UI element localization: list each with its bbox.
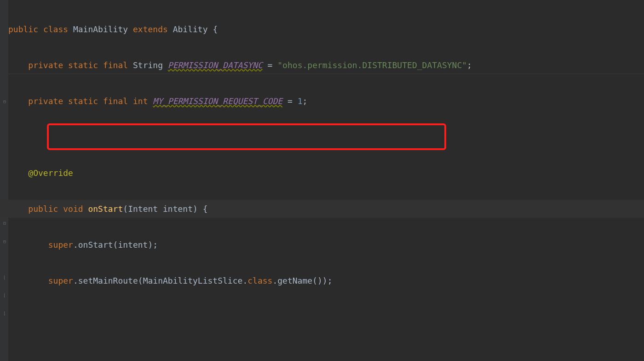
keyword: class (247, 276, 272, 285)
editor-gutter (0, 0, 8, 361)
keyword: public (8, 24, 38, 34)
class-name: Ability (173, 24, 208, 34)
keyword: int (133, 96, 148, 106)
method-call: getName (277, 276, 312, 285)
type: String (133, 60, 163, 70)
class-name: MainAbilityListSlice (143, 276, 243, 285)
fold-end-icon[interactable]: ⌊ (3, 293, 8, 298)
code-line[interactable]: @Override (8, 164, 527, 182)
keyword: final (103, 60, 128, 70)
code-line[interactable]: public void onStart(Intent intent) { (8, 200, 527, 218)
identifier: intent (163, 204, 193, 214)
code-line[interactable]: super.setMainRoute(MainAbilityListSlice.… (8, 272, 527, 290)
keyword: private (28, 60, 63, 70)
code-line[interactable]: private static final String PERMISSION_D… (8, 56, 527, 74)
field: MY_PERMISSION_REQUEST_CODE (153, 96, 282, 106)
keyword: void (63, 204, 83, 214)
number-literal: 1 (298, 96, 303, 106)
code-line[interactable]: public class MainAbility extends Ability… (8, 20, 527, 38)
fold-toggle-icon[interactable]: ⊟ (3, 239, 8, 244)
string-literal: "ohos.permission.DISTRIBUTED_DATASYNC" (277, 60, 467, 70)
keyword: class (43, 24, 68, 34)
annotation: @Override (28, 168, 73, 178)
code-line[interactable]: super.onStart(intent); (8, 236, 527, 254)
code-line[interactable]: private static final int MY_PERMISSION_R… (8, 92, 527, 110)
code-line[interactable] (8, 128, 527, 146)
keyword: final (103, 96, 128, 106)
keyword: static (68, 60, 98, 70)
method-call: onStart (78, 240, 113, 250)
type: Intent (128, 204, 158, 214)
fold-end-icon[interactable]: ⌊ (3, 275, 8, 280)
keyword: private (28, 96, 63, 106)
keyword: static (68, 96, 98, 106)
keyword: public (28, 204, 58, 214)
class-name: MainAbility (73, 24, 128, 34)
field: PERMISSION_DATASYNC (168, 60, 263, 70)
code-editor[interactable]: public class MainAbility extends Ability… (8, 2, 527, 361)
keyword: extends (133, 24, 168, 34)
method-decl: onStart (88, 204, 123, 214)
keyword: super (48, 240, 73, 250)
method-call: setMainRoute (78, 276, 138, 285)
fold-toggle-icon[interactable]: ⊟ (3, 221, 8, 226)
keyword: super (48, 276, 73, 285)
code-line[interactable] (8, 308, 527, 326)
fold-end-icon[interactable]: ⌊ (3, 311, 8, 316)
fold-toggle-icon[interactable]: ⊟ (3, 99, 8, 104)
identifier: intent (118, 240, 148, 250)
code-line[interactable] (8, 344, 527, 361)
